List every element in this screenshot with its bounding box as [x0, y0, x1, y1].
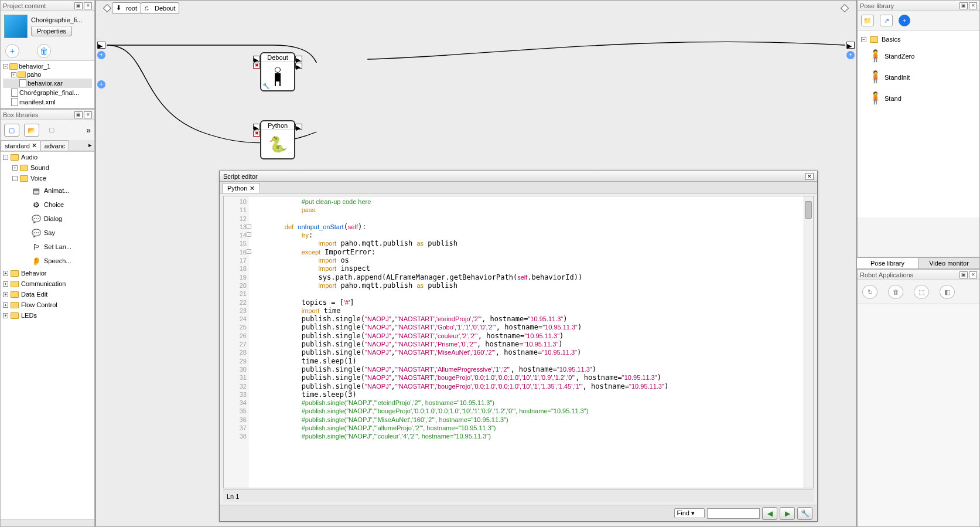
lib-item[interactable]: +Communication [1, 278, 94, 289]
pose-folder-basics[interactable]: − Basics [859, 33, 978, 46]
default-app-button[interactable]: ◧ [940, 285, 955, 299]
node-debout[interactable]: Debout 🔧 ▶ ▶ ▶ [260, 52, 295, 91]
box-icon: 💬 [31, 227, 42, 238]
python-icon: 🐍 [268, 135, 287, 154]
canvas-add-input-port[interactable]: + [97, 51, 105, 59]
pose-item[interactable]: 🧍StandInit [859, 67, 978, 88]
pose-icon: 🧍 [868, 49, 881, 64]
lib-scrollbar[interactable] [1, 519, 94, 526]
breadcrumb-root[interactable]: ⬇ root [112, 2, 141, 14]
delete-file-button[interactable]: 🗑 [37, 44, 51, 58]
lib-item[interactable]: ▤Animat... [1, 183, 94, 198]
new-lib-button[interactable]: ▢ [4, 124, 19, 137]
canvas-add-output-port[interactable]: + [846, 51, 855, 59]
node-python[interactable]: Python 🐍 ▶ ▶ [260, 120, 295, 159]
close-icon[interactable]: ✕ [32, 142, 37, 149]
vertical-scrollbar[interactable] [804, 196, 813, 488]
pose-item[interactable]: 🧍Stand [859, 88, 978, 109]
tabs-scroll-icon[interactable]: ▸ [86, 140, 94, 151]
close-icon[interactable]: ✕ [805, 173, 814, 180]
panel-undock-icon[interactable]: ▣ [959, 2, 968, 9]
flow-canvas[interactable]: ▶ + + ▶ + Debout 🔧 ▶ ▶ ▶ [96, 16, 856, 169]
open-lib-button[interactable]: 📂 [24, 124, 39, 137]
refresh-apps-button[interactable]: ↻ [862, 285, 877, 299]
script-editor-window: Script editor ✕ Python ✕ 10111213−14−151… [219, 171, 818, 522]
project-content-title: Project content [3, 2, 73, 9]
box-libraries-panel: Box libraries ▣ ✕ ▢ 📂 ▢ » standard ✕ adv… [0, 109, 95, 527]
robot-apps-list [858, 304, 979, 526]
tab-video-monitor[interactable]: Video monitor [918, 258, 980, 268]
cursor-position-label: Ln 1 [227, 493, 239, 500]
panel-close-icon[interactable]: ✕ [84, 2, 92, 9]
right-tab-bar: Pose library Video monitor [857, 257, 980, 269]
export-pose-button[interactable]: ↗ [880, 15, 893, 26]
find-mode-select[interactable]: Find ▾ [674, 508, 705, 518]
find-input[interactable] [707, 508, 760, 519]
lib-item[interactable]: 👂Speech... [1, 254, 94, 268]
node-error-port[interactable] [253, 131, 260, 137]
lib-item[interactable]: -Voice [1, 173, 94, 183]
find-prev-button[interactable]: ◀ [762, 507, 777, 520]
canvas-add-input-port-2[interactable]: + [97, 80, 105, 89]
panel-close-icon[interactable]: ✕ [969, 271, 977, 278]
lib-tab-standard[interactable]: standard ✕ [1, 140, 41, 151]
tree-file-choregraphie[interactable]: Chorégraphie_final... [3, 88, 92, 97]
editor-tab-python[interactable]: Python ✕ [222, 183, 260, 193]
lib-overflow-icon[interactable]: » [86, 125, 91, 135]
panel-close-icon[interactable]: ✕ [969, 2, 977, 9]
lib-item[interactable]: 🏳Set Lan... [1, 240, 94, 254]
canvas-output-port[interactable]: ▶ [846, 42, 855, 49]
lib-item[interactable]: +Behavior [1, 268, 94, 278]
tree-folder-behavior[interactable]: − behavior_1 [3, 62, 92, 70]
lib-item[interactable]: -Audio [1, 152, 94, 162]
breadcrumb-debout[interactable]: ⎌ Debout [141, 2, 179, 14]
project-cube-icon [4, 15, 28, 38]
project-tree: − behavior_1 + paho behavior.xar Chorégr… [1, 60, 94, 108]
lib-tab-advanced[interactable]: advanc [40, 140, 69, 151]
tree-file-behavior-xar[interactable]: behavior.xar [3, 79, 92, 88]
lib-item[interactable]: 💬Dialog [1, 212, 94, 226]
delete-app-button[interactable]: 🗑 [888, 285, 903, 299]
find-next-button[interactable]: ▶ [780, 507, 795, 520]
properties-button[interactable]: Properties [31, 26, 72, 36]
node-input-port[interactable]: ▶ [253, 56, 260, 62]
add-pose-button[interactable]: + [899, 15, 910, 26]
lib-item[interactable]: +Data Edit [1, 289, 94, 300]
panel-undock-icon[interactable]: ▣ [74, 2, 83, 9]
node-input-port[interactable]: ▶ [253, 124, 260, 130]
code-content[interactable]: #put clean-up code here pass def onInput… [248, 196, 813, 488]
box-libraries-title: Box libraries [3, 111, 73, 118]
node-error-port[interactable] [253, 63, 260, 69]
robot-applications-title: Robot Applications [860, 271, 958, 278]
save-lib-button[interactable]: ▢ [44, 124, 59, 137]
panel-undock-icon[interactable]: ▣ [74, 111, 83, 118]
lib-item[interactable]: 💬Say [1, 226, 94, 240]
box-lib-tree: -Audio+Sound-Voice▤Animat...⚙Choice💬Dial… [1, 151, 94, 519]
tree-folder-paho[interactable]: + paho [3, 70, 92, 79]
new-pose-folder-button[interactable]: 📁 [861, 15, 874, 26]
lib-item[interactable]: +Sound [1, 162, 94, 173]
code-editor[interactable]: 10111213−14−1516−17181920212223242526272… [223, 196, 814, 488]
lib-item[interactable]: +LEDs [1, 310, 94, 321]
node-output-port[interactable]: ▶ [295, 124, 302, 130]
node-output-port-2[interactable]: ▶ [295, 63, 302, 69]
find-settings-button[interactable]: 🔧 [797, 507, 812, 520]
package-app-button[interactable]: ⬚ [914, 285, 929, 299]
panel-close-icon[interactable]: ✕ [84, 111, 92, 118]
pose-item[interactable]: 🧍StandZero [859, 46, 978, 67]
tab-pose-library[interactable]: Pose library [857, 258, 918, 268]
node-output-port[interactable]: ▶ [295, 56, 302, 62]
close-icon[interactable]: ✕ [250, 185, 255, 192]
script-editor-title: Script editor [223, 173, 805, 180]
canvas-input-port[interactable]: ▶ [97, 42, 105, 49]
pose-icon: 🧍 [868, 70, 881, 85]
pose-library-panel: Pose library ▣ ✕ 📁 ↗ + − Basics 🧍StandZe… [857, 0, 980, 257]
lib-item[interactable]: ⚙Choice [1, 198, 94, 212]
tree-file-manifest[interactable]: manifest.xml [3, 97, 92, 107]
wrench-icon[interactable]: 🔧 [262, 83, 269, 89]
lib-item[interactable]: +Flow Control [1, 300, 94, 310]
box-lib-tabs: standard ✕ advanc ▸ [1, 140, 94, 151]
project-content-panel: Project content ▣ ✕ Chorégraphie_fi... P… [0, 0, 95, 109]
panel-undock-icon[interactable]: ▣ [959, 271, 968, 278]
add-file-button[interactable]: + [5, 44, 19, 58]
